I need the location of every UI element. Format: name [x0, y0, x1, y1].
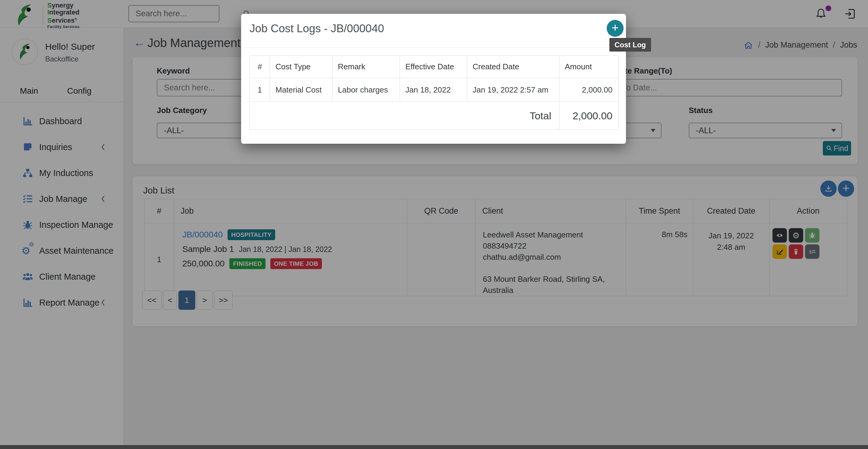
cost-row-index: 1	[250, 78, 270, 102]
cost-log-table: # Cost Type Remark Effective Date Create…	[250, 56, 619, 130]
cost-table-header-row: # Cost Type Remark Effective Date Create…	[250, 56, 619, 78]
cost-type: Material Cost	[270, 78, 333, 102]
cost-table-row: 1 Material Cost Labor charges Jan 18, 20…	[250, 78, 619, 102]
modal-divider	[241, 47, 626, 47]
total-label: Total	[250, 102, 559, 130]
total-value: 2,000.00	[559, 102, 619, 130]
cost-log-tooltip: Cost Log	[610, 38, 651, 52]
cost-table-total-row: Total 2,000.00	[250, 102, 619, 130]
cost-amount: 2,000.00	[559, 78, 619, 102]
cost-created-date: Jan 19, 2022 2:57 am	[467, 78, 559, 102]
add-cost-log-button[interactable]: +	[607, 20, 624, 37]
cost-remark: Labor charges	[333, 78, 400, 102]
modal-title: Job Cost Logs - JB/000040	[250, 22, 384, 35]
cost-effective-date: Jan 18, 2022	[400, 78, 467, 102]
job-cost-logs-modal: Job Cost Logs - JB/000040 + # Cost Type …	[241, 14, 626, 144]
